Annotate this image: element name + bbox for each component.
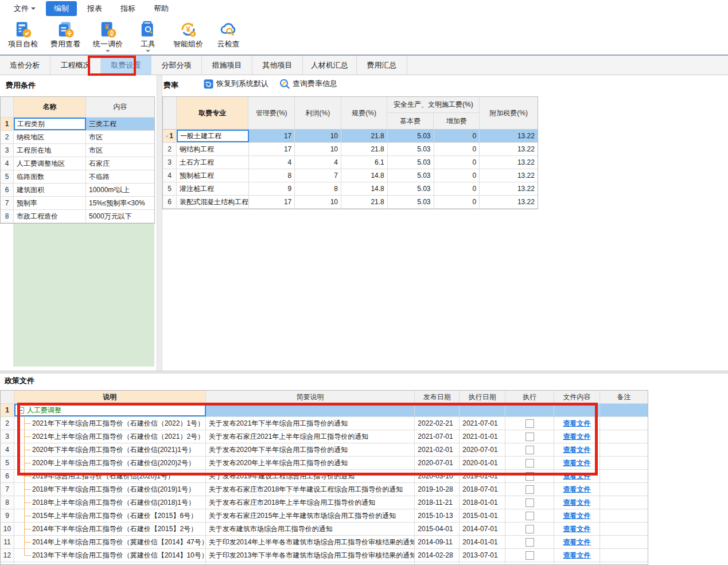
condition-value-cell[interactable]: 石家庄 <box>86 157 154 170</box>
toolbar-button-统一调价[interactable]: ¥统一调价 <box>91 20 125 53</box>
table-row[interactable]: 62019年综合用工指导价（石建价信(2020)1号）关于发布2019年建设工程… <box>1 470 648 483</box>
vertical-splitter[interactable] <box>157 75 162 371</box>
execute-checkbox[interactable] <box>525 432 534 441</box>
fees-cell[interactable]: 14.8 <box>341 169 388 182</box>
profit-cell[interactable]: 10 <box>295 143 341 155</box>
condition-name-cell[interactable]: 市政工程造价 <box>14 210 86 223</box>
toolbar-button-项目自检[interactable]: 项目自检 <box>6 20 40 50</box>
remark-cell[interactable] <box>600 483 648 496</box>
safety-base-cell[interactable]: 5.03 <box>388 196 434 208</box>
view-file-link[interactable]: 查看文件 <box>563 472 591 481</box>
view-file-link[interactable]: 查看文件 <box>563 458 591 468</box>
table-row[interactable]: 102014年下半年综合用工指导价（石建价【2015】2号）关于发布建筑市场综合… <box>1 523 648 536</box>
surtax-cell[interactable]: 13.22 <box>480 169 538 182</box>
view-file-link[interactable]: 查看文件 <box>563 419 591 428</box>
chevron-down-icon[interactable] <box>146 50 150 52</box>
view-file-link[interactable]: 查看文件 <box>563 524 591 534</box>
column-header-6[interactable]: 文件内容 <box>554 391 600 403</box>
fees-cell[interactable]: 21.8 <box>341 143 388 155</box>
exec-date-cell[interactable]: 2013-07-01 <box>460 549 505 562</box>
publish-date-cell[interactable]: 2014-09-11 <box>415 536 460 548</box>
menu-item-文件[interactable]: 文件 <box>6 1 44 16</box>
surtax-cell[interactable]: 13.22 <box>480 182 538 195</box>
description-cell[interactable]: 规费费率调整 <box>14 562 206 565</box>
remark-cell[interactable] <box>600 457 648 469</box>
management-cell[interactable]: 17 <box>249 130 295 142</box>
brief-cell[interactable]: 关于发布建筑市场综合用工指导价的通知 <box>206 523 415 535</box>
safety-extra-cell[interactable]: 0 <box>434 169 480 182</box>
view-file-link[interactable]: 查看文件 <box>563 551 591 560</box>
exec-date-cell[interactable]: 2014-01-01 <box>460 536 505 548</box>
safety-extra-cell[interactable]: 0 <box>434 130 480 142</box>
table-row[interactable]: 122013年下半年综合用工指导价（冀建价信【2014】10号）关于印发2013… <box>1 549 648 562</box>
management-cell[interactable]: 4 <box>249 156 295 169</box>
chevron-down-icon[interactable] <box>106 50 110 52</box>
table-row[interactable]: 8市政工程造价5000万元以下 <box>1 210 154 223</box>
brief-cell[interactable] <box>206 404 415 416</box>
table-row[interactable]: 82018年上半年综合用工指导价（石建价信(2018)1号）关于发布石家庄市20… <box>1 496 648 509</box>
exec-date-cell[interactable]: 2015-01-01 <box>460 509 505 522</box>
table-row[interactable]: 5临路面数不临路 <box>1 170 154 184</box>
menu-item-指标[interactable]: 指标 <box>112 1 143 16</box>
execute-checkbox[interactable] <box>525 538 534 547</box>
column-header-2[interactable]: 简要说明 <box>206 391 415 403</box>
column-header-safety-base[interactable]: 基本费 <box>387 113 434 129</box>
execute-checkbox[interactable] <box>525 525 534 533</box>
column-header-content[interactable]: 内容 <box>86 97 154 117</box>
publish-date-cell[interactable]: 2022-02-21 <box>415 417 460 430</box>
tree-collapse-icon[interactable] <box>18 407 24 414</box>
table-row[interactable]: 4预制桩工程8714.85.03013.22 <box>163 169 538 182</box>
fees-cell[interactable]: 21.8 <box>341 130 388 142</box>
safety-base-cell[interactable]: 5.03 <box>388 156 434 169</box>
profession-cell[interactable]: 土石方工程 <box>177 156 249 169</box>
exec-date-cell[interactable] <box>460 404 505 416</box>
view-file-link[interactable]: 查看文件 <box>563 511 591 521</box>
view-file-link[interactable]: 查看文件 <box>563 498 591 508</box>
management-cell[interactable]: 9 <box>249 182 295 195</box>
safety-base-cell[interactable]: 5.03 <box>388 130 434 142</box>
safety-extra-cell[interactable]: 0 <box>434 182 480 195</box>
condition-name-cell[interactable]: 纳税地区 <box>14 131 86 143</box>
brief-cell[interactable]: 关于发布石家庄市2018年上半年综合用工指导价的通知 <box>206 496 415 509</box>
exec-date-cell[interactable]: 2020-01-01 <box>460 457 505 469</box>
profession-cell[interactable]: 灌注桩工程 <box>177 182 249 195</box>
execute-checkbox[interactable] <box>525 551 534 560</box>
table-row[interactable]: 52020年上半年综合用工指导价（石建价信(2020)2号）关于发布2020年上… <box>1 457 648 470</box>
publish-date-cell[interactable]: 2015-04-01 <box>415 523 460 535</box>
table-row[interactable]: 2钢结构工程171021.85.03013.22 <box>163 143 538 156</box>
column-header-7[interactable]: 备注 <box>600 391 648 403</box>
exec-date-cell[interactable]: 2019-01-01 <box>460 470 505 482</box>
description-cell[interactable]: 2015年上半年综合用工指导价（石建价【2015】6号） <box>14 509 206 522</box>
safety-extra-cell[interactable]: 0 <box>434 143 480 155</box>
surtax-cell[interactable]: 13.22 <box>480 143 538 155</box>
publish-date-cell[interactable] <box>415 562 460 565</box>
publish-date-cell[interactable] <box>415 404 460 416</box>
condition-name-cell[interactable]: 预制率 <box>14 197 86 209</box>
column-header-fees[interactable]: 规费(%) <box>341 97 388 129</box>
view-file-link[interactable]: 查看文件 <box>563 445 591 455</box>
condition-value-cell[interactable]: 不临路 <box>86 170 154 183</box>
remark-cell[interactable] <box>600 470 648 482</box>
tab-取费设置[interactable]: 取费设置 <box>101 56 151 75</box>
profit-cell[interactable]: 10 <box>295 130 341 142</box>
toolbar-button-费用查看[interactable]: 费用查看 <box>48 20 83 50</box>
condition-value-cell[interactable]: 三类工程 <box>86 118 154 130</box>
remark-cell[interactable] <box>600 443 648 456</box>
column-header-profit[interactable]: 利润(%) <box>295 97 341 129</box>
view-file-link[interactable]: 查看文件 <box>563 485 591 494</box>
profession-cell[interactable]: 装配式混凝土结构工程 <box>177 196 249 208</box>
toolbar-button-智能组价[interactable]: ¥智能组价 <box>171 20 205 50</box>
profit-cell[interactable]: 7 <box>295 169 341 182</box>
condition-name-cell[interactable]: 人工费调整地区 <box>14 157 86 170</box>
description-cell[interactable]: 2018年下半年综合用工指导价（石建价信(2019)1号） <box>14 483 206 496</box>
surtax-cell[interactable]: 13.22 <box>480 130 538 142</box>
column-header-profession[interactable]: 取费专业 <box>177 97 248 129</box>
brief-cell[interactable]: 关于印发2014年上半年各市建筑市场综合用工指导价审核结果的通知 <box>206 536 415 548</box>
condition-name-cell[interactable]: 建筑面积 <box>14 184 86 196</box>
fees-cell[interactable]: 14.8 <box>341 182 388 195</box>
description-cell[interactable]: 2020年上半年综合用工指导价（石建价信(2020)2号） <box>14 457 206 469</box>
publish-date-cell[interactable]: 2018-11-21 <box>415 496 460 509</box>
brief-cell[interactable]: 关于发布石家庄2021年上半年综合用工指导价的通知 <box>206 430 415 443</box>
table-row[interactable]: 7预制率15%≤预制率<30% <box>1 197 154 210</box>
view-file-link[interactable]: 查看文件 <box>563 537 591 547</box>
